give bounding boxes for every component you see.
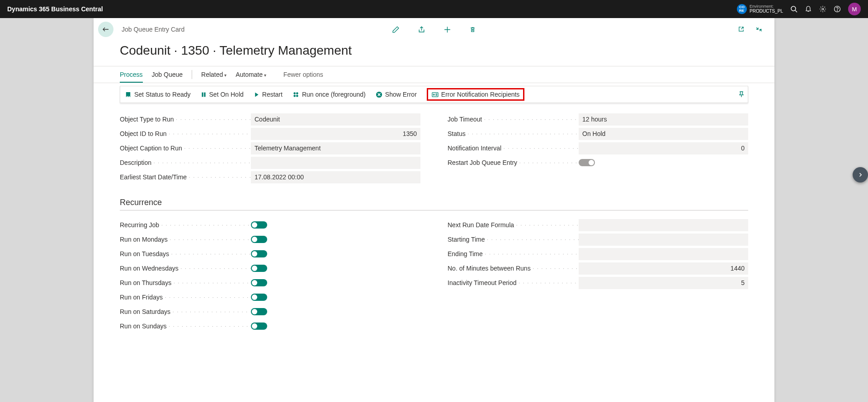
env-circle-icon: CORE — [737, 4, 747, 14]
svg-point-2 — [822, 8, 824, 10]
top-bar: Dynamics 365 Business Central CORE Envir… — [0, 0, 868, 18]
settings-icon[interactable] — [819, 5, 826, 13]
notifications-icon[interactable] — [805, 5, 812, 13]
app-title: Dynamics 365 Business Central — [7, 5, 103, 13]
topbar-right: CORE Environment: PRODUCTS_PL M — [737, 3, 861, 15]
svg-point-4 — [837, 11, 838, 11]
help-icon[interactable] — [834, 5, 841, 13]
user-avatar[interactable]: M — [848, 3, 861, 15]
svg-point-0 — [791, 6, 796, 11]
svg-line-1 — [795, 10, 797, 12]
env-value: PRODUCTS_PL — [750, 9, 783, 14]
search-icon[interactable] — [790, 5, 797, 13]
env-label: Environment: — [750, 4, 783, 9]
env-text: Environment: PRODUCTS_PL — [750, 4, 783, 14]
environment-badge[interactable]: CORE Environment: PRODUCTS_PL — [737, 4, 783, 14]
